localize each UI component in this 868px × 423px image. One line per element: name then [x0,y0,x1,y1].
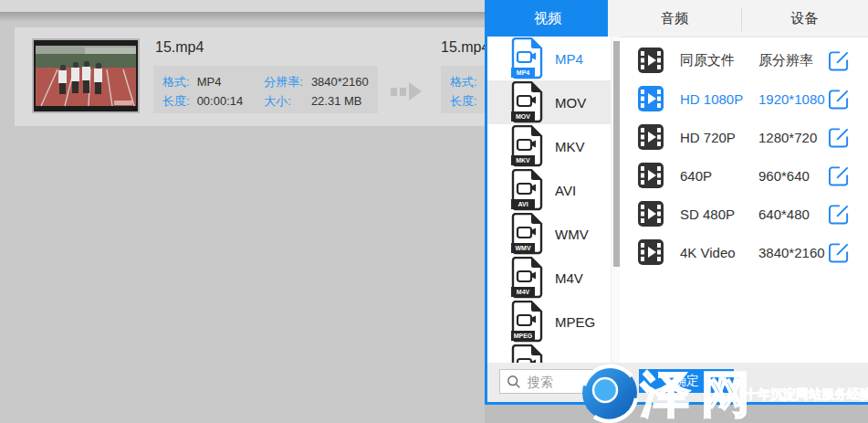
search-icon [507,375,521,389]
window-footer-strip [485,405,868,423]
resolution-name: 同原文件 [680,52,758,69]
video-file-icon [509,344,544,363]
format-label: 格式: [450,72,481,91]
format-option[interactable]: MPEG MPEG [487,300,611,344]
edit-icon[interactable] [829,50,850,71]
film-strip-icon [637,85,664,112]
format-option[interactable]: AVI AVI [487,168,611,212]
film-strip-icon [637,200,664,227]
tab-device[interactable]: 设备 [741,0,868,37]
resolution-name: HD 720P [680,130,758,145]
edit-icon[interactable] [829,127,850,148]
source-meta-box: 格式: MP4 分辨率: 3840*2160 长度: 00:00:14 大小: … [153,66,378,113]
search-input[interactable] [526,374,602,390]
resolution-name: 640P [680,168,758,184]
tab-video[interactable]: 视频 [487,0,608,37]
resolution-value: 3840*2160 [311,75,369,89]
video-file-icon: AVI [509,169,544,211]
source-file-title: 15.mp4 [155,39,204,56]
film-strip-icon [637,123,664,151]
video-file-icon: M4V [509,257,544,299]
size-label: 大小: [264,91,308,111]
resolution-name: SD 480P [680,206,758,222]
format-option[interactable]: MKV MKV [487,124,611,168]
resolution-option[interactable]: HD 720P 1280*720 [620,118,868,156]
format-name: WMV [555,227,589,242]
video-thumbnail-image [34,40,138,111]
film-strip-icon [637,162,664,189]
film-strip-icon [637,238,664,266]
format-option[interactable]: MP4 MP4 [487,37,611,80]
resolution-option[interactable]: 4K Video 3840*2160 [620,233,868,271]
edit-icon[interactable] [829,204,850,225]
film-strip-icon [637,47,664,74]
app-window: 15.mp4 格式: MP4 分辨率: 3840*2160 长度: 00:00:… [0,0,868,423]
search-box[interactable] [499,369,612,394]
edit-icon[interactable] [829,242,850,263]
format-list: MP4 MP4 MOV MOV [487,37,611,363]
svg-text:WMV: WMV [515,245,530,251]
scrollbar-thumb[interactable] [613,41,620,267]
duration-label: 长度: [450,91,481,111]
resolution-name: HD 1080P [680,91,758,107]
resolution-panel: 同原文件 原分辨率 [620,37,868,363]
svg-text:M4V: M4V [517,289,530,295]
edit-icon[interactable] [829,165,850,186]
video-file-icon: MPEG [509,301,544,343]
format-option[interactable]: WMV WMV [487,212,611,256]
svg-text:AVI: AVI [518,201,528,207]
format-value: MP4 [197,72,261,91]
target-file-title: 15.mp4 [441,39,489,56]
confirm-button[interactable]: 确定 [639,369,734,393]
svg-text:MPEG: MPEG [514,333,533,339]
resolution-label: 分辨率: [264,72,308,91]
resolution-option[interactable]: SD 480P 640*480 [620,195,868,233]
format-name: MPEG [555,314,595,330]
format-option[interactable]: M4V M4V [487,256,611,300]
resolution-name: 4K Video [680,245,758,260]
format-option[interactable]: MOV MOV [487,80,611,124]
video-file-icon: MOV [509,81,544,123]
format-name: M4V [555,270,583,286]
format-name: MOV [555,95,586,111]
svg-text:MOV: MOV [516,113,530,120]
tab-audio[interactable]: 音频 [608,0,741,37]
svg-text:MKV: MKV [516,157,530,164]
video-thumbnail[interactable] [32,38,140,113]
convert-arrow-icon [391,82,427,100]
format-option[interactable] [487,344,611,363]
resolution-option[interactable]: 640P 960*640 [620,156,868,195]
format-name: AVI [555,183,576,198]
duration-label: 长度: [162,91,193,111]
video-file-icon: MKV [509,125,544,167]
tab-divider [741,7,742,31]
duration-value: 00:00:14 [197,91,261,111]
video-file-icon: WMV [509,213,544,255]
popup-bottom-bar: 确定 [487,363,868,402]
video-file-icon: MP4 [509,37,544,79]
format-label: 格式: [162,72,193,91]
resolution-option[interactable]: 同原文件 原分辨率 [620,41,868,79]
scrollbar-track[interactable] [611,37,620,363]
format-name: MKV [555,139,585,154]
svg-text:MP4: MP4 [517,69,530,76]
format-name: MP4 [555,51,583,67]
edit-icon[interactable] [829,89,850,110]
format-picker-popup: 视频 音频 设备 MP4 MP4 [485,0,868,405]
size-value: 22.31 MB [311,94,362,108]
resolution-option[interactable]: HD 1080P 1920*1080 [620,79,868,118]
